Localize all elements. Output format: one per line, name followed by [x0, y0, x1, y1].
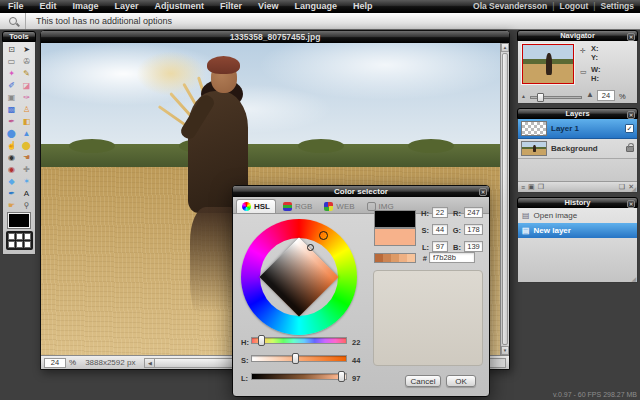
s-slider[interactable]	[251, 355, 347, 362]
layer-row-layer1[interactable]: Layer 1 ✓	[518, 119, 637, 139]
menu-language[interactable]: Language	[286, 1, 345, 11]
vertical-scrollbar[interactable]: ▲ ▼	[500, 43, 509, 355]
tool-marquee-button[interactable]: ▭	[4, 55, 19, 67]
s-slider-thumb[interactable]	[292, 353, 299, 364]
zoom-out-icon[interactable]: ▲	[521, 93, 526, 99]
history-item-new-layer[interactable]: ▤ New layer	[518, 223, 637, 238]
close-icon[interactable]: ✕	[627, 200, 635, 208]
history-item-open-image[interactable]: ▤ Open image	[518, 208, 637, 223]
color-marker[interactable]	[307, 244, 314, 251]
menu-edit[interactable]: Edit	[32, 1, 65, 11]
resize-grip-icon[interactable]: ◢	[631, 275, 636, 282]
tool-eraser-button[interactable]: ◪	[19, 79, 34, 91]
s-field-input[interactable]	[432, 224, 448, 235]
navigator-zoom-input[interactable]	[597, 90, 615, 101]
close-icon[interactable]: ✕	[627, 33, 635, 41]
tool-hand-button[interactable]: ☛	[4, 199, 19, 211]
tool-blur-button[interactable]: ⬤	[4, 127, 19, 139]
swatch-palette[interactable]	[6, 231, 33, 250]
tool-brush-button[interactable]: ✐	[4, 79, 19, 91]
menu-help[interactable]: Help	[345, 1, 381, 11]
close-icon[interactable]: ✕	[627, 111, 635, 119]
l-field-input[interactable]	[432, 241, 448, 252]
tool-burn-button[interactable]: ☚	[19, 151, 34, 163]
g-field-input[interactable]	[464, 224, 483, 235]
scroll-down-icon[interactable]: ▼	[501, 346, 509, 355]
tool-move-button[interactable]: ➤	[19, 43, 34, 55]
scroll-left-icon[interactable]: ◀	[144, 358, 155, 368]
menu-adjustment[interactable]: Adjustment	[147, 1, 213, 11]
cancel-button[interactable]: Cancel	[405, 375, 441, 387]
menu-filter[interactable]: Filter	[212, 1, 250, 11]
h-field-input[interactable]	[432, 207, 448, 218]
swatch[interactable]	[24, 241, 31, 248]
r-field-input[interactable]	[464, 207, 483, 218]
recent-colors[interactable]	[374, 253, 416, 263]
h-slider[interactable]	[251, 337, 347, 344]
ok-button[interactable]: OK	[446, 375, 476, 387]
layer-menu-icon[interactable]: ≡	[521, 184, 525, 191]
tool-color-replace-button[interactable]: ✑	[19, 91, 34, 103]
tools-panel-titlebar[interactable]: Tools	[2, 31, 36, 42]
lock-icon[interactable]	[626, 146, 634, 152]
tool-sharpen-button[interactable]: ▲	[19, 127, 34, 139]
user-name[interactable]: Ola Sevandersson	[473, 1, 547, 11]
close-icon[interactable]: ✕	[479, 188, 487, 196]
tool-type-button[interactable]: A	[19, 187, 34, 199]
navigator-titlebar[interactable]: Navigator ✕	[517, 30, 638, 41]
tool-pinch-button[interactable]: ✶	[19, 175, 34, 187]
layer-visibility-checkbox[interactable]: ✓	[625, 124, 634, 133]
h-slider-thumb[interactable]	[258, 335, 265, 346]
settings-link[interactable]: Settings	[600, 1, 634, 11]
color-wheel[interactable]	[241, 219, 357, 335]
tool-color-picker-button[interactable]: ✒	[4, 187, 19, 199]
layer-mask-icon[interactable]: ▣	[528, 183, 535, 191]
recent-swatch[interactable]	[391, 254, 399, 262]
layer-row-background[interactable]: Background	[518, 139, 637, 159]
tool-bucket-fill-button[interactable]: ◧	[19, 115, 34, 127]
swatch[interactable]	[16, 241, 23, 248]
logout-link[interactable]: Logout	[559, 1, 588, 11]
tool-stamp-button[interactable]: ♙	[19, 103, 34, 115]
b-field-input[interactable]	[464, 241, 483, 252]
zoom-in-icon[interactable]: ▲	[586, 90, 594, 99]
image-window-titlebar[interactable]: 1335358_80757455.jpg	[41, 31, 509, 43]
recent-swatch[interactable]	[383, 254, 391, 262]
resize-grip-icon[interactable]: ◢	[631, 185, 636, 192]
tool-sponge-button[interactable]: ⬤	[19, 139, 34, 151]
new-layer-icon[interactable]: ❏	[619, 183, 625, 191]
tool-red-eye-button[interactable]: ◉	[4, 163, 19, 175]
l-slider[interactable]	[251, 373, 347, 380]
history-titlebar[interactable]: History ✕	[517, 197, 638, 208]
vertical-scroll-thumb[interactable]	[502, 53, 508, 345]
tool-pencil-button[interactable]: ✎	[19, 67, 34, 79]
navigator-zoom-thumb[interactable]	[537, 93, 544, 102]
tool-bloat-button[interactable]: ◆	[4, 175, 19, 187]
tool-wand-button[interactable]: ✦	[4, 67, 19, 79]
tool-clone-stamp-button[interactable]: ▣	[4, 91, 19, 103]
tool-zoom-button[interactable]: ⚲	[19, 199, 34, 211]
saturation-lightness-square[interactable]	[259, 237, 338, 316]
menu-view[interactable]: View	[250, 1, 286, 11]
layers-titlebar[interactable]: Layers ✕	[517, 108, 638, 119]
canvas-zoom-input[interactable]	[44, 358, 66, 368]
navigator-zoom-slider[interactable]	[530, 96, 582, 99]
navigator-thumbnail[interactable]	[522, 44, 574, 84]
hue-marker[interactable]	[319, 231, 328, 240]
l-slider-thumb[interactable]	[338, 371, 345, 382]
scroll-up-icon[interactable]: ▲	[501, 43, 509, 52]
recent-swatch[interactable]	[399, 254, 407, 262]
tab-web[interactable]: WEB	[319, 199, 359, 213]
tab-rgb[interactable]: RGB	[278, 199, 317, 213]
foreground-color-swatch[interactable]	[8, 213, 30, 228]
tool-dodge-button[interactable]: ◉	[4, 151, 19, 163]
hex-input[interactable]	[429, 252, 475, 263]
dialog-titlebar[interactable]: Color selector ✕	[233, 186, 489, 197]
recent-swatch[interactable]	[375, 254, 383, 262]
menu-file[interactable]: File	[0, 1, 32, 11]
recent-swatch[interactable]	[407, 254, 415, 262]
tool-lasso-button[interactable]: ✇	[19, 55, 34, 67]
tool-smudge-button[interactable]: ☝	[4, 139, 19, 151]
layer-group-icon[interactable]: ❐	[538, 183, 544, 191]
menu-image[interactable]: Image	[65, 1, 107, 11]
